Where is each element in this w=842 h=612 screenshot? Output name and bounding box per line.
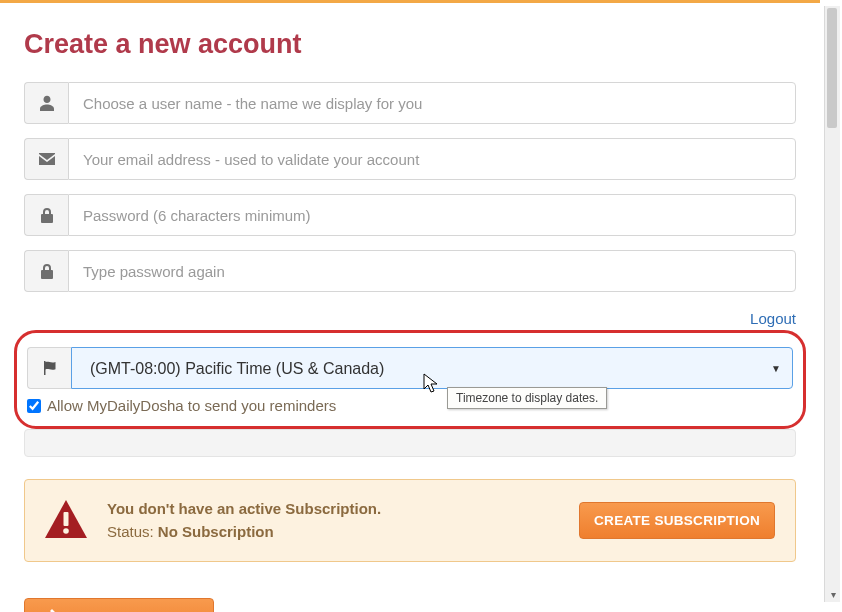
username-group xyxy=(24,82,796,124)
alert-headline: You don't have an active Subscription. xyxy=(107,498,559,521)
create-subscription-button[interactable]: CREATE SUBSCRIPTION xyxy=(579,502,775,539)
user-icon xyxy=(24,82,68,124)
email-group xyxy=(24,138,796,180)
scroll-down-icon[interactable]: ▾ xyxy=(825,586,841,602)
flag-icon xyxy=(27,347,71,389)
lock-icon xyxy=(24,194,68,236)
subscription-alert: You don't have an active Subscription. S… xyxy=(24,479,796,562)
password-confirm-group xyxy=(24,250,796,292)
create-subscription-label: CREATE SUBSCRIPTION xyxy=(594,513,760,528)
email-input[interactable] xyxy=(68,138,796,180)
envelope-icon xyxy=(24,138,68,180)
reminders-label: Allow MyDailyDosha to send you reminders xyxy=(47,397,336,414)
password-group xyxy=(24,194,796,236)
scrollbar-thumb[interactable] xyxy=(827,8,837,128)
reminders-row: Allow MyDailyDosha to send you reminders xyxy=(27,397,793,414)
spacer-panel xyxy=(24,429,796,457)
username-input[interactable] xyxy=(68,82,796,124)
logout-link[interactable]: Logout xyxy=(750,310,796,327)
scrollbar[interactable]: ▾ xyxy=(824,6,840,602)
timezone-tooltip: Timezone to display dates. xyxy=(447,387,607,409)
lock-icon xyxy=(24,250,68,292)
warning-icon xyxy=(45,500,87,542)
reminders-checkbox[interactable] xyxy=(27,399,41,413)
page-title: Create a new account xyxy=(24,29,796,60)
create-account-button[interactable]: CREATE ACCOUNT xyxy=(24,598,214,612)
logout-row: Logout xyxy=(24,310,796,328)
timezone-highlight: (GMT-08:00) Pacific Time (US & Canada) ▼… xyxy=(14,330,806,429)
password-input[interactable] xyxy=(68,194,796,236)
svg-rect-0 xyxy=(64,512,69,526)
timezone-select[interactable]: (GMT-08:00) Pacific Time (US & Canada) xyxy=(71,347,793,389)
alert-text: You don't have an active Subscription. S… xyxy=(107,498,559,543)
page-container: Create a new account Logout xyxy=(0,0,820,604)
svg-point-1 xyxy=(63,528,69,534)
alert-status-value: No Subscription xyxy=(158,523,274,540)
timezone-group: (GMT-08:00) Pacific Time (US & Canada) ▼ xyxy=(27,347,793,389)
password-confirm-input[interactable] xyxy=(68,250,796,292)
alert-status-label: Status: xyxy=(107,523,158,540)
